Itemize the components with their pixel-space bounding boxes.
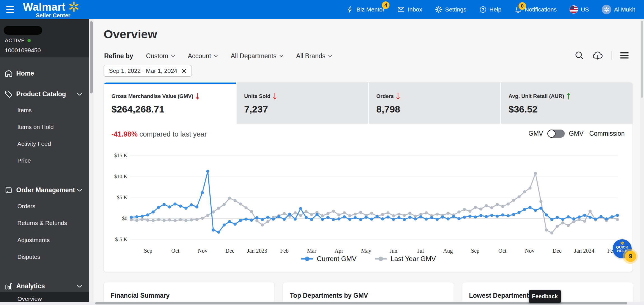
- gear-icon: [435, 6, 442, 13]
- sidebar: ACTIVE 10001099450 Home Product Catalog …: [0, 19, 89, 305]
- hamburger-menu-icon[interactable]: [6, 6, 15, 13]
- seller-status-label: ACTIVE: [5, 37, 25, 44]
- toggle-right-label: GMV - Commission: [569, 130, 625, 137]
- seller-id: 10001099450: [5, 47, 41, 54]
- metric-tabs: Gross Merchandise Value (GMV) $264,268.7…: [104, 83, 633, 124]
- home-icon: [4, 69, 13, 78]
- topbar-item-label: Al Mukit: [614, 6, 635, 13]
- refine-bar: Refine by Custom Account All Departments…: [104, 51, 332, 61]
- help-circle-icon: ?: [479, 6, 487, 13]
- svg-text:$15 K: $15 K: [114, 152, 127, 158]
- filter-departments[interactable]: All Departments: [231, 52, 283, 60]
- quick-help-button[interactable]: QUICK HELP 9: [613, 239, 638, 265]
- svg-text:Sep: Sep: [471, 248, 479, 254]
- sidebar-item-adjustments[interactable]: Adjustments: [0, 235, 89, 245]
- topbar-item-inbox[interactable]: Inbox: [397, 6, 422, 13]
- svg-text:Feb: Feb: [280, 248, 289, 254]
- list-icon[interactable]: [620, 51, 629, 60]
- svg-text:Mar: Mar: [307, 248, 316, 254]
- metric-tab-aur[interactable]: Avg. Unit Retail (AUR) $36.52: [500, 83, 633, 124]
- feedback-button[interactable]: Feedback: [529, 290, 561, 303]
- svg-text:Jun: Jun: [389, 248, 397, 254]
- sidebar-item-product-catalog[interactable]: Product Catalog: [0, 88, 89, 100]
- box-icon: [4, 186, 13, 194]
- svg-text:$10 K: $10 K: [114, 173, 127, 179]
- active-status-dot: [27, 39, 31, 42]
- seller-name-redacted: [4, 26, 42, 35]
- legend-current-gmv[interactable]: Current GMV: [301, 255, 356, 263]
- svg-text:Dec: Dec: [225, 248, 234, 254]
- seller-info: ACTIVE 10001099450: [0, 19, 89, 57]
- cloud-download-icon[interactable]: [592, 50, 604, 60]
- content-scrollbar-thumb[interactable]: [90, 21, 93, 93]
- chevron-down-icon: [328, 55, 332, 57]
- sidebar-item-home[interactable]: Home: [0, 68, 89, 79]
- topbar: Walmart Seller Center Biz Mentor 4: [0, 0, 644, 19]
- sidebar-item-order-management[interactable]: Order Management: [0, 184, 89, 196]
- quick-help-badge: 9: [625, 251, 636, 262]
- topbar-item-label: US: [581, 6, 589, 13]
- sidebar-item-analytics[interactable]: Analytics: [0, 280, 89, 292]
- chevron-down-icon: [76, 188, 83, 192]
- svg-text:Nov: Nov: [525, 248, 535, 254]
- trend-down-icon: [195, 92, 200, 100]
- legend-last-year-gmv[interactable]: Last Year GMV: [374, 255, 436, 263]
- close-icon[interactable]: [182, 69, 186, 73]
- metric-tab-units-sold[interactable]: Units Sold 7,237: [236, 83, 368, 124]
- topbar-item-region[interactable]: US: [570, 5, 589, 14]
- metric-value: 7,237: [244, 104, 368, 115]
- search-icon[interactable]: [575, 51, 584, 60]
- topbar-item-label: Biz Mentor: [356, 6, 384, 13]
- topbar-item-biz-mentor[interactable]: Biz Mentor 4: [346, 6, 384, 13]
- refine-by-label: Refine by: [104, 52, 133, 60]
- topbar-item-label: Inbox: [408, 6, 422, 13]
- sidebar-item-returns-refunds[interactable]: Returns & Refunds: [0, 218, 89, 228]
- metric-tab-gmv[interactable]: Gross Merchandise Value (GMV) $264,268.7…: [104, 83, 236, 124]
- metric-value: $264,268.71: [111, 104, 236, 115]
- metric-tab-orders[interactable]: Orders 8,798: [368, 83, 500, 124]
- brand-name: Walmart: [23, 1, 66, 13]
- legend-marker-blue: [301, 256, 314, 261]
- topbar-item-settings[interactable]: Settings: [435, 6, 466, 13]
- notifications-badge: 0: [519, 2, 526, 10]
- sidebar-item-disputes[interactable]: Disputes: [0, 252, 89, 262]
- topbar-item-account[interactable]: Al Mukit: [602, 5, 635, 14]
- content-scrollbar[interactable]: [89, 19, 94, 305]
- svg-text:Nov: Nov: [198, 248, 207, 254]
- svg-text:?: ?: [482, 7, 484, 12]
- card-title: Top Departments by GMV: [290, 292, 454, 299]
- topbar-actions: Biz Mentor 4 Inbox Settings: [346, 0, 635, 19]
- trend-down-icon: [273, 92, 277, 100]
- topbar-item-help[interactable]: ? Help: [479, 6, 501, 13]
- svg-text:$5 K: $5 K: [117, 194, 128, 200]
- window-scrollbar-thumb[interactable]: [641, 21, 643, 98]
- comparison-text: -41.98% compared to last year: [111, 130, 207, 138]
- date-range-chip[interactable]: Sep 1, 2022 - Mar 1, 2024: [104, 65, 192, 77]
- window-scrollbar[interactable]: [640, 19, 644, 305]
- envelope-icon: [397, 6, 405, 13]
- walmart-spark-icon: [620, 241, 625, 245]
- filter-brands[interactable]: All Brands: [296, 52, 332, 60]
- metric-value: 8,798: [376, 104, 500, 115]
- bar-chart-icon: [4, 282, 13, 290]
- svg-text:Dec: Dec: [552, 248, 561, 254]
- legend-marker-gray: [374, 256, 387, 261]
- sidebar-item-activity-feed[interactable]: Activity Feed: [0, 139, 89, 149]
- chevron-down-icon: [171, 55, 175, 57]
- filter-account[interactable]: Account: [188, 52, 218, 60]
- toggle-left-label: GMV: [528, 130, 543, 137]
- gmv-commission-toggle[interactable]: [547, 130, 565, 138]
- sidebar-item-price[interactable]: Price: [0, 156, 89, 166]
- toggle-knob: [547, 130, 556, 138]
- trend-up-icon: [566, 92, 571, 100]
- trend-down-icon: [396, 92, 400, 100]
- filter-custom[interactable]: Custom: [146, 52, 175, 60]
- sidebar-item-items[interactable]: Items: [0, 105, 89, 115]
- svg-text:$-5 K: $-5 K: [115, 236, 127, 242]
- sidebar-item-items-on-hold[interactable]: Items on Hold: [0, 122, 89, 132]
- sidebar-item-orders[interactable]: Orders: [0, 201, 89, 211]
- walmart-logo[interactable]: Walmart Seller Center: [23, 1, 80, 19]
- topbar-item-notifications[interactable]: 0 Notifications: [514, 6, 557, 13]
- sidebar-item-label: Analytics: [16, 282, 45, 290]
- brand-subtitle: Seller Center: [36, 12, 80, 19]
